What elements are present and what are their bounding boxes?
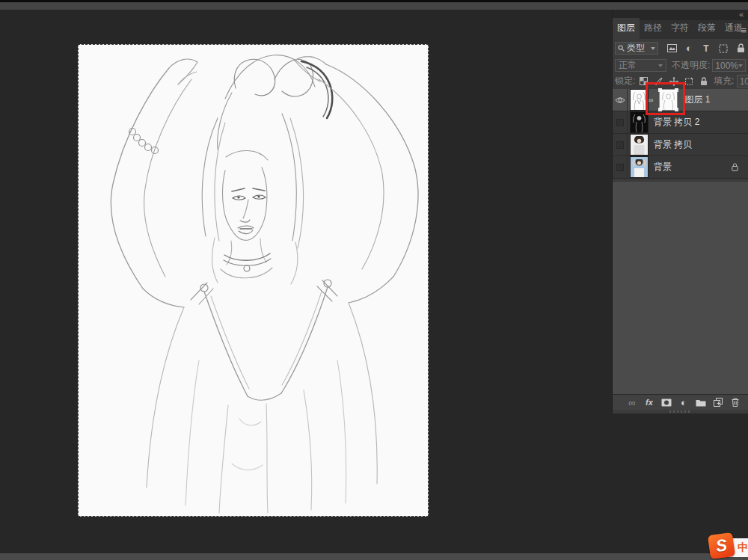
layer-name[interactable]: 背景 [654, 161, 672, 173]
layer-style-fx-icon[interactable]: fx [644, 397, 654, 407]
lock-artboard-icon[interactable] [684, 76, 693, 86]
window-top-bar [0, 2, 748, 10]
sogou-s-letter: S [714, 535, 728, 556]
opacity-label: 不透明度: [672, 59, 710, 72]
chevron-down-icon [738, 64, 743, 67]
background-thumbnail[interactable] [631, 157, 648, 177]
chevron-down-icon [658, 64, 663, 67]
bg-copy-thumbnail[interactable] [631, 135, 648, 155]
blend-mode-row: 正常 不透明度: 100% [613, 58, 748, 73]
layer-list-empty-area [613, 182, 748, 394]
new-layer-icon[interactable] [713, 397, 723, 407]
filter-type-dropdown[interactable]: 类型 [615, 42, 658, 55]
visibility-toggle[interactable] [613, 134, 628, 156]
ime-chinese-mode[interactable]: 中 [738, 541, 748, 555]
filter-type-layers-icon[interactable]: T [701, 43, 711, 54]
red-highlight-annotation [646, 82, 685, 115]
tab-paragraph[interactable]: 段落 [693, 18, 720, 39]
layer-name[interactable]: 图层 1 [684, 93, 710, 106]
fill-label: 填充: [714, 75, 734, 87]
lock-label: 锁定: [615, 75, 635, 87]
hidden-eye-box [616, 119, 624, 126]
add-layer-mask-icon[interactable] [661, 397, 672, 407]
filter-shape-layers-icon[interactable] [718, 43, 729, 54]
blend-mode-value: 正常 [619, 59, 637, 72]
panel-resize-grip[interactable] [669, 410, 692, 413]
document-canvas[interactable] [79, 45, 428, 516]
new-adjustment-layer-icon[interactable]: ◐ [678, 397, 689, 407]
visibility-toggle[interactable] [613, 89, 628, 111]
tab-character[interactable]: 字符 [666, 18, 693, 39]
opacity-input[interactable]: 100% [712, 59, 746, 72]
hidden-eye-box [616, 141, 624, 149]
layers-panel: « 图层 路径 字符 段落 通道 ≡ 类型 ◐ T [612, 10, 748, 413]
filter-smart-objects-icon[interactable] [735, 43, 746, 54]
tab-paths[interactable]: 路径 [640, 18, 666, 39]
hidden-eye-box [616, 164, 624, 171]
delete-layer-trash-icon[interactable] [730, 397, 741, 407]
fill-value: 100% [740, 76, 748, 87]
layer-row-background[interactable]: 背景 [613, 156, 748, 179]
filter-type-label: 类型 [627, 42, 645, 55]
opacity-value: 100% [715, 61, 738, 71]
bg-copy2-thumbnail[interactable] [631, 112, 648, 132]
pencil-sketch-image [79, 45, 428, 516]
filter-pixel-layers-icon[interactable] [666, 43, 677, 54]
filter-adjustment-layers-icon[interactable]: ◐ [684, 43, 694, 54]
layer-name[interactable]: 背景 拷贝 [654, 138, 692, 151]
panel-menu-icon[interactable]: ≡ [741, 25, 747, 36]
taskbar-edge [0, 553, 748, 560]
visibility-toggle[interactable] [613, 111, 628, 134]
blend-mode-select[interactable]: 正常 [615, 59, 666, 72]
lock-all-icon[interactable] [699, 76, 708, 86]
visibility-toggle[interactable] [613, 156, 628, 179]
tab-layers[interactable]: 图层 [613, 18, 640, 39]
layer-name[interactable]: 背景 拷贝 2 [654, 116, 699, 129]
eye-icon [615, 96, 625, 104]
search-icon [618, 45, 625, 52]
chevron-down-icon [651, 47, 655, 50]
sogou-logo: S [708, 532, 735, 559]
link-layers-icon[interactable]: ∞ [627, 397, 637, 407]
fill-input[interactable]: 100% [737, 75, 748, 87]
new-group-folder-icon[interactable] [696, 397, 706, 407]
background-lock-icon [732, 163, 738, 173]
layers-panel-footer: ∞ fx ◐ [613, 394, 748, 410]
panel-tab-bar: 图层 路径 字符 段落 通道 [613, 20, 748, 39]
layer-row-bg-copy[interactable]: 背景 拷贝 [613, 134, 748, 156]
layer-filter-row: 类型 ◐ T [613, 39, 748, 58]
